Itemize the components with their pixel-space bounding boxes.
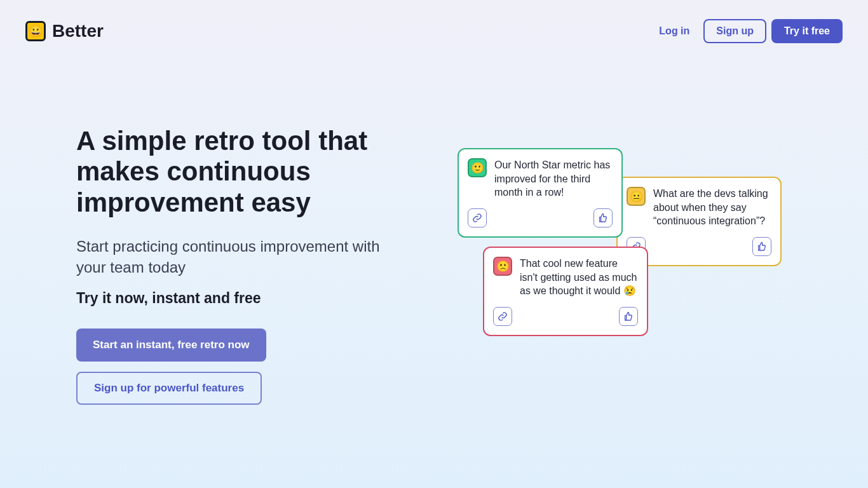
hero-tryline: Try it now, instant and free xyxy=(76,290,432,307)
thumbs-up-icon xyxy=(593,208,613,227)
neutral-face-icon: 😐 xyxy=(627,187,646,206)
start-retro-button[interactable]: Start an instant, free retro now xyxy=(76,329,266,362)
retro-card-text: Our North Star metric has improved for t… xyxy=(494,158,613,200)
hero-ctas: Start an instant, free retro now Sign up… xyxy=(76,329,432,405)
hero-headline: A simple retro tool that makes continuou… xyxy=(76,126,432,218)
hero-section: A simple retro tool that makes continuou… xyxy=(0,62,868,405)
signup-button[interactable]: Sign up xyxy=(703,19,766,43)
retro-card-negative: 🙁 That cool new feature isn't getting us… xyxy=(483,247,648,336)
thumbs-up-icon xyxy=(752,237,771,256)
login-link[interactable]: Log in xyxy=(650,20,698,42)
retro-card-text: That cool new feature isn't getting used… xyxy=(520,257,638,298)
link-icon xyxy=(493,307,512,326)
hero-copy: A simple retro tool that makes continuou… xyxy=(76,126,432,405)
retro-card-text: What are the devs talking about when the… xyxy=(653,187,771,228)
happy-face-icon: 🙂 xyxy=(468,158,487,177)
hero-subhead: Start practicing continuous improvement … xyxy=(76,236,394,278)
signup-features-button[interactable]: Sign up for powerful features xyxy=(76,372,262,405)
logo-icon: 😀 xyxy=(25,21,46,41)
try-free-button[interactable]: Try it free xyxy=(771,19,843,43)
nav-actions: Log in Sign up Try it free xyxy=(650,19,843,43)
thumbs-up-icon xyxy=(619,307,638,326)
sad-face-icon: 🙁 xyxy=(493,257,512,276)
link-icon xyxy=(468,208,487,227)
brand-logo[interactable]: 😀 Better xyxy=(25,21,104,41)
retro-card-positive: 🙂 Our North Star metric has improved for… xyxy=(458,148,623,238)
site-header: 😀 Better Log in Sign up Try it free xyxy=(0,0,868,62)
hero-illustration: 🙂 Our North Star metric has improved for… xyxy=(458,126,813,355)
brand-name: Better xyxy=(52,21,104,41)
